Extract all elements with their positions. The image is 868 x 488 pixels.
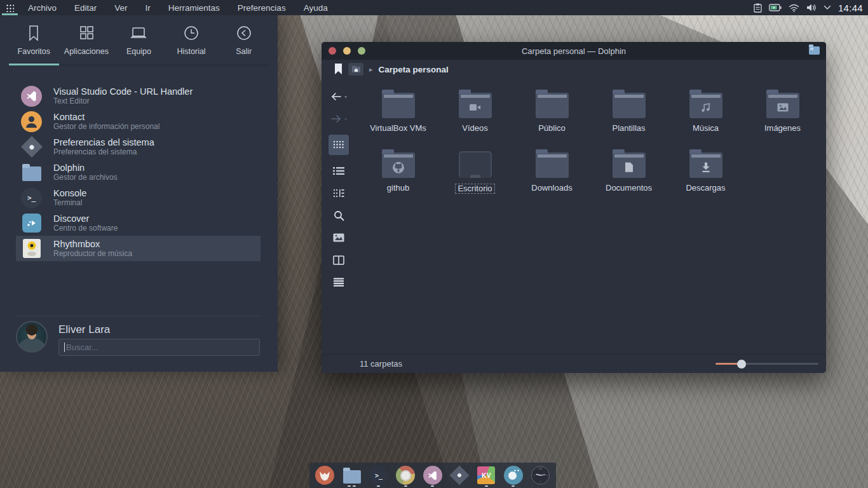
dock-terminal[interactable]: >_ xyxy=(369,464,388,487)
folder-icon xyxy=(689,93,722,118)
preview-button[interactable] xyxy=(333,231,344,244)
menu-button[interactable] xyxy=(333,276,344,288)
leave-icon xyxy=(235,24,253,42)
folder-item-descargas[interactable]: Descargas xyxy=(667,147,744,200)
wifi-icon[interactable] xyxy=(789,4,799,12)
firefox-icon xyxy=(315,466,334,485)
folder-label: github xyxy=(387,184,409,193)
bookmark-icon xyxy=(25,24,42,42)
folder-item-musica[interactable]: Música xyxy=(667,88,744,140)
folder-item-videos[interactable]: Vídeos xyxy=(437,88,513,140)
menu-preferencias[interactable]: Preferencias xyxy=(229,0,295,15)
zoom-slider[interactable] xyxy=(715,360,818,369)
tab-historial[interactable]: Historial xyxy=(165,24,218,65)
chevron-down-icon[interactable] xyxy=(824,5,831,10)
menu-archivo[interactable]: Archivo xyxy=(19,0,65,15)
dock-chromium[interactable] xyxy=(396,464,415,487)
app-launcher-button[interactable] xyxy=(0,0,19,15)
app-item-kontact[interactable]: Kontact Gestor de información personal xyxy=(16,109,261,134)
folder-icon xyxy=(536,152,569,178)
app-item-rhythmbox[interactable]: Rhythmbox Reproductor de música xyxy=(16,236,261,261)
window-title: Carpeta personal — Dolphin xyxy=(322,46,826,56)
slider-handle[interactable] xyxy=(737,360,746,369)
tab-equipo[interactable]: Equipo xyxy=(112,24,165,65)
list-view-button[interactable] xyxy=(333,165,344,177)
app-description: Centro de software xyxy=(53,224,118,233)
analog-clock-icon: 12 xyxy=(531,465,550,485)
menu-ir[interactable]: Ir xyxy=(137,0,159,15)
kvantum-icon: KV xyxy=(477,466,495,484)
desktop-icon xyxy=(459,151,492,178)
app-name: Kontact xyxy=(53,112,159,122)
folder-item-escritorio[interactable]: Escritorio xyxy=(437,147,513,200)
clock[interactable]: 14:44 xyxy=(838,3,863,13)
home-breadcrumb-button[interactable] xyxy=(348,63,363,76)
app-item-discover[interactable]: Discover Centro de software xyxy=(16,210,261,236)
battery-icon[interactable] xyxy=(769,4,782,11)
split-view-button[interactable] xyxy=(333,254,344,266)
menu-ayuda[interactable]: Ayuda xyxy=(295,0,337,15)
icons-view-button[interactable] xyxy=(329,135,349,155)
folder-item-github[interactable]: github xyxy=(360,147,437,200)
app-description: Terminal xyxy=(53,199,86,207)
menu-editar[interactable]: Editar xyxy=(65,0,105,15)
clipboard-icon[interactable] xyxy=(754,3,762,13)
back-dropdown-icon[interactable]: ▾ xyxy=(344,94,347,100)
running-indicator xyxy=(377,485,380,487)
kontact-icon xyxy=(21,111,42,132)
app-name: Konsole xyxy=(53,189,86,198)
history-clock-icon xyxy=(182,24,200,42)
user-area: Eliver Lara Buscar... xyxy=(0,316,278,316)
bookmark-icon[interactable] xyxy=(334,64,342,75)
folder-item-publico[interactable]: Público xyxy=(513,88,590,140)
icons-view-icon xyxy=(333,140,344,150)
app-description: Text Editor xyxy=(53,97,193,105)
folder-label: Vídeos xyxy=(462,124,487,133)
folder-label: VirtualBox VMs xyxy=(370,124,426,133)
search-input[interactable]: Buscar... xyxy=(58,339,260,356)
volume-icon[interactable] xyxy=(806,3,817,12)
search-button[interactable] xyxy=(334,209,344,222)
forward-button[interactable]: ▾ xyxy=(330,112,347,125)
titlebar[interactable]: Carpeta personal — Dolphin xyxy=(322,42,826,60)
dock-paint-app[interactable] xyxy=(504,464,523,487)
tab-aplicaciones[interactable]: Aplicaciones xyxy=(60,24,113,65)
back-arrow-icon xyxy=(330,92,342,101)
video-icon xyxy=(469,103,482,111)
app-item-system-settings[interactable]: Preferencias del sistema Preferencias de… xyxy=(16,134,261,159)
dock-firefox[interactable] xyxy=(315,464,334,487)
folder-item-documentos[interactable]: Documentos xyxy=(590,147,667,200)
back-button[interactable]: ▾ xyxy=(330,90,347,103)
menu-herramientas[interactable]: Herramientas xyxy=(159,0,229,15)
dock-file-manager[interactable] xyxy=(342,464,361,487)
folder-label: Descargas xyxy=(686,184,725,193)
breadcrumb-current[interactable]: Carpeta personal xyxy=(379,65,449,74)
music-icon xyxy=(701,102,711,112)
menu-ver[interactable]: Ver xyxy=(105,0,136,15)
dock-settings[interactable] xyxy=(450,464,469,487)
folder-item-virtualbox[interactable]: VirtualBox VMs xyxy=(360,88,437,140)
folder-item-downloads[interactable]: Downloads xyxy=(513,147,590,200)
dock-vscode[interactable] xyxy=(423,464,442,487)
compact-view-icon xyxy=(333,189,344,198)
search-icon xyxy=(334,210,344,221)
tab-salir[interactable]: Salir xyxy=(217,24,270,65)
running-indicator xyxy=(431,485,434,487)
app-item-konsole[interactable]: >_ Konsole Terminal xyxy=(16,185,261,210)
tab-favoritos[interactable]: Favoritos xyxy=(8,24,60,65)
folder-icon xyxy=(766,93,799,118)
app-name: Discover xyxy=(53,214,118,224)
folder-item-plantillas[interactable]: Plantillas xyxy=(590,88,667,140)
app-item-dolphin[interactable]: Dolphin Gestor de archivos xyxy=(16,159,261,185)
app-description: Gestor de información personal xyxy=(53,123,159,131)
split-view-icon xyxy=(333,255,344,265)
app-item-vscode[interactable]: Visual Studio Code - URL Handler Text Ed… xyxy=(16,83,261,109)
dock-kvantum[interactable]: KV xyxy=(477,464,496,487)
favorites-list: Visual Studio Code - URL Handler Text Ed… xyxy=(16,83,261,261)
forward-dropdown-icon[interactable]: ▾ xyxy=(344,116,347,122)
launcher-tabs: Favoritos Aplicaciones Equipo Historial … xyxy=(8,15,270,65)
folder-item-imagenes[interactable]: Imágenes xyxy=(744,88,821,140)
user-avatar[interactable] xyxy=(16,321,48,353)
dock-clock-widget[interactable]: 12 xyxy=(531,464,550,487)
compact-view-button[interactable] xyxy=(333,187,344,200)
